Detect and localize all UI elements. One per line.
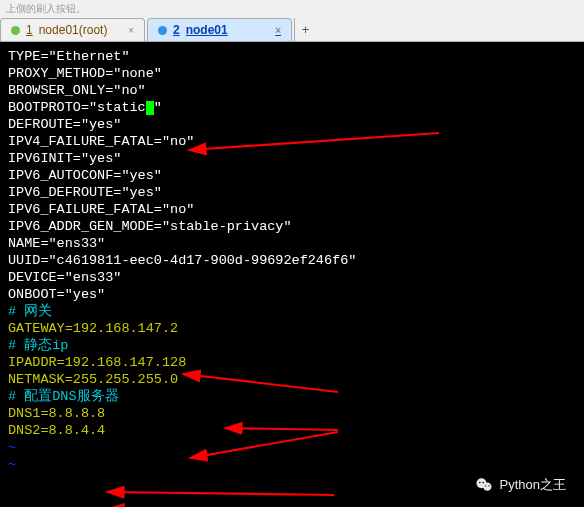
terminal-text: BROWSER_ONLY="no" xyxy=(8,83,146,98)
terminal-output[interactable]: TYPE="Ethernet"PROXY_METHOD="none"BROWSE… xyxy=(0,42,584,507)
terminal-line: ONBOOT="yes" xyxy=(8,286,576,303)
terminal-text: # 静态ip xyxy=(8,338,68,353)
terminal-line: GATEWAY=192.168.147.2 xyxy=(8,320,576,337)
terminal-line: UUID="c4619811-eec0-4d17-900d-99692ef246… xyxy=(8,252,576,269)
new-tab-button[interactable]: + xyxy=(294,18,316,41)
terminal-text: DNS1=8.8.8.8 xyxy=(8,406,105,421)
tab-index: 2 xyxy=(173,23,180,37)
terminal-text: TYPE="Ethernet" xyxy=(8,49,130,64)
terminal-text: IPV6INIT="yes" xyxy=(8,151,121,166)
terminal-text: DNS2=8.8.4.4 xyxy=(8,423,105,438)
terminal-text: GATEWAY=192.168.147.2 xyxy=(8,321,178,336)
terminal-line: IPV6_DEFROUTE="yes" xyxy=(8,184,576,201)
terminal-line: TYPE="Ethernet" xyxy=(8,48,576,65)
terminal-text: DEVICE="ens33" xyxy=(8,270,121,285)
terminal-line: IPV6_ADDR_GEN_MODE="stable-privacy" xyxy=(8,218,576,235)
terminal-line: ~ xyxy=(8,456,576,473)
tab-bar: 1 node01(root) × 2 node01 × + xyxy=(0,18,584,42)
close-icon[interactable]: × xyxy=(128,25,134,36)
terminal-text: " xyxy=(154,100,162,115)
terminal-text: IPADDR=192.168.147.128 xyxy=(8,355,186,370)
terminal-line: # 配置DNS服务器 xyxy=(8,388,576,405)
terminal-line: DEVICE="ens33" xyxy=(8,269,576,286)
terminal-text: NAME="ens33" xyxy=(8,236,105,251)
terminal-text: # 配置DNS服务器 xyxy=(8,389,119,404)
svg-point-1 xyxy=(483,483,491,491)
terminal-line: IPADDR=192.168.147.128 xyxy=(8,354,576,371)
watermark-label: Python之王 xyxy=(500,476,566,494)
svg-point-3 xyxy=(482,482,484,484)
window-caption: 上側的刷入按钮。 xyxy=(0,0,584,18)
terminal-line: ~ xyxy=(8,439,576,456)
terminal-text: ONBOOT="yes" xyxy=(8,287,105,302)
terminal-line: DNS2=8.8.4.4 xyxy=(8,422,576,439)
terminal-line: IPV4_FAILURE_FATAL="no" xyxy=(8,133,576,150)
terminal-text: IPV6_AUTOCONF="yes" xyxy=(8,168,162,183)
tab-label: node01 xyxy=(186,23,228,37)
terminal-text: NETMASK=255.255.255.0 xyxy=(8,372,178,387)
terminal-line: PROXY_METHOD="none" xyxy=(8,65,576,82)
tab-label: node01(root) xyxy=(39,23,108,37)
terminal-line: BOOTPROTO="static" xyxy=(8,99,576,116)
cursor-block xyxy=(146,101,154,115)
terminal-line: BROWSER_ONLY="no" xyxy=(8,82,576,99)
terminal-line: IPV6_AUTOCONF="yes" xyxy=(8,167,576,184)
terminal-line: # 网关 xyxy=(8,303,576,320)
wechat-icon xyxy=(474,475,494,495)
terminal-text: IPV4_FAILURE_FATAL="no" xyxy=(8,134,194,149)
svg-point-4 xyxy=(485,485,486,486)
terminal-text: DEFROUTE="yes" xyxy=(8,117,121,132)
terminal-line: NAME="ens33" xyxy=(8,235,576,252)
tab-node01[interactable]: 2 node01 × xyxy=(147,18,292,41)
terminal-line: DNS1=8.8.8.8 xyxy=(8,405,576,422)
terminal-text: IPV6_FAILURE_FATAL="no" xyxy=(8,202,194,217)
terminal-text: IPV6_ADDR_GEN_MODE="stable-privacy" xyxy=(8,219,292,234)
terminal-line: NETMASK=255.255.255.0 xyxy=(8,371,576,388)
terminal-line: # 静态ip xyxy=(8,337,576,354)
terminal-line: IPV6_FAILURE_FATAL="no" xyxy=(8,201,576,218)
terminal-text: PROXY_METHOD="none" xyxy=(8,66,162,81)
terminal-line: IPV6INIT="yes" xyxy=(8,150,576,167)
terminal-text: ~ xyxy=(8,457,16,472)
terminal-line: DEFROUTE="yes" xyxy=(8,116,576,133)
watermark: Python之王 xyxy=(474,475,566,495)
terminal-text: BOOTPROTO="static xyxy=(8,100,146,115)
svg-point-5 xyxy=(488,485,489,486)
close-icon[interactable]: × xyxy=(275,25,281,36)
status-dot-icon xyxy=(158,26,167,35)
tab-node01-root[interactable]: 1 node01(root) × xyxy=(0,18,145,41)
terminal-text: ~ xyxy=(8,440,16,455)
terminal-text: UUID="c4619811-eec0-4d17-900d-99692ef246… xyxy=(8,253,356,268)
terminal-text: # 网关 xyxy=(8,304,52,319)
svg-point-2 xyxy=(479,482,481,484)
tab-index: 1 xyxy=(26,23,33,37)
terminal-text: IPV6_DEFROUTE="yes" xyxy=(8,185,162,200)
status-dot-icon xyxy=(11,26,20,35)
